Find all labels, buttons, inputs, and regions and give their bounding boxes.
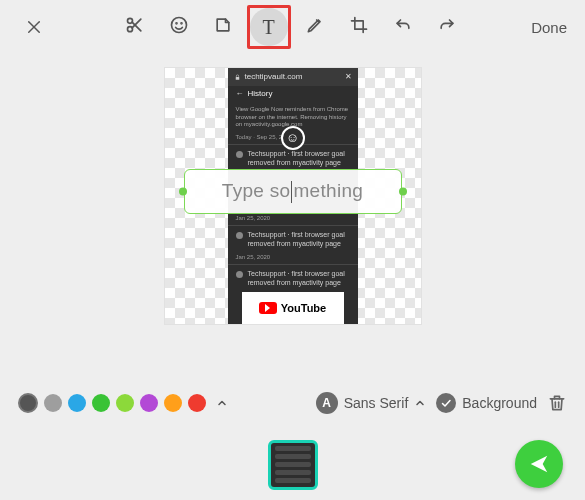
- draw-tool[interactable]: [295, 5, 335, 45]
- cut-tool[interactable]: [115, 5, 155, 45]
- background-toggle[interactable]: Background: [436, 393, 537, 413]
- text-options-toolbar: A Sans Serif Background: [0, 392, 585, 414]
- phone-close-icon: ✕: [345, 72, 352, 82]
- crop-tool[interactable]: [339, 5, 379, 45]
- phone-date-3: Jan 25, 2020: [228, 252, 358, 264]
- chevron-up-icon: [216, 397, 228, 409]
- close-icon: [25, 18, 43, 36]
- emoji-tool[interactable]: [159, 5, 199, 45]
- color-swatch-7[interactable]: [188, 394, 206, 412]
- phone-row-3: Techsupport · first browser goal removed…: [248, 269, 350, 287]
- back-arrow-icon: ←: [236, 89, 244, 99]
- phone-site: techtipvault.com: [245, 72, 303, 82]
- undo-button[interactable]: [383, 5, 423, 45]
- phone-row-1: Techsupport · first browser goal removed…: [248, 149, 350, 167]
- chevron-up-icon: [414, 397, 426, 409]
- svg-point-8: [181, 23, 182, 24]
- color-swatch-0[interactable]: [18, 393, 38, 413]
- emoji-icon: [169, 15, 189, 35]
- color-swatch-5[interactable]: [140, 394, 158, 412]
- send-button[interactable]: [515, 440, 563, 488]
- sticker-smiley-icon: ☺: [281, 126, 305, 150]
- redo-icon: [437, 15, 457, 35]
- text-placeholder-left: Type so: [222, 180, 291, 201]
- color-swatch-6[interactable]: [164, 394, 182, 412]
- lock-icon: [234, 74, 241, 81]
- youtube-card: YouTube: [242, 292, 344, 324]
- canvas[interactable]: techtipvault.com ✕ ← History View Google…: [165, 68, 421, 324]
- done-button[interactable]: Done: [527, 13, 571, 42]
- canvas-stage: techtipvault.com ✕ ← History View Google…: [0, 54, 585, 324]
- bottom-strip: [0, 430, 585, 500]
- text-icon: T: [262, 16, 274, 39]
- close-button[interactable]: [14, 7, 54, 47]
- text-placeholder-right: mething: [293, 180, 363, 201]
- font-label: Sans Serif: [344, 395, 409, 411]
- pencil-icon: [305, 15, 325, 35]
- cut-icon: [125, 15, 145, 35]
- phone-row-2: Techsupport · first browser goal removed…: [248, 230, 350, 248]
- crop-icon: [349, 15, 369, 35]
- redo-button[interactable]: [427, 5, 467, 45]
- youtube-label: YouTube: [281, 301, 326, 315]
- svg-rect-9: [235, 77, 239, 80]
- trash-icon: [547, 393, 567, 413]
- color-swatch-4[interactable]: [116, 394, 134, 412]
- send-icon: [528, 453, 550, 475]
- font-icon: A: [316, 392, 338, 414]
- phone-section: History: [248, 89, 273, 99]
- svg-point-6: [171, 18, 186, 33]
- text-tool-highlighted: T: [247, 5, 291, 49]
- text-input-overlay[interactable]: Type something: [184, 169, 402, 214]
- color-swatch-3[interactable]: [92, 394, 110, 412]
- svg-point-7: [176, 23, 177, 24]
- undo-icon: [393, 15, 413, 35]
- check-circle-icon: [436, 393, 456, 413]
- background-label: Background: [462, 395, 537, 411]
- color-swatches: [18, 393, 206, 413]
- editor-top-toolbar: T Done: [0, 0, 585, 54]
- sticker-tool[interactable]: [203, 5, 243, 45]
- text-tool[interactable]: T: [250, 8, 288, 46]
- color-swatch-1[interactable]: [44, 394, 62, 412]
- font-picker[interactable]: A Sans Serif: [316, 392, 427, 414]
- sticker-icon: [213, 15, 233, 35]
- delete-text-button[interactable]: [547, 393, 567, 413]
- color-expand-button[interactable]: [216, 397, 228, 409]
- tool-group: T: [115, 5, 467, 49]
- color-swatch-2[interactable]: [68, 394, 86, 412]
- text-caret: [291, 181, 292, 203]
- phone-date-2: Jan 25, 2020: [228, 213, 358, 225]
- youtube-play-icon: [259, 302, 277, 314]
- image-thumbnail[interactable]: [268, 440, 318, 490]
